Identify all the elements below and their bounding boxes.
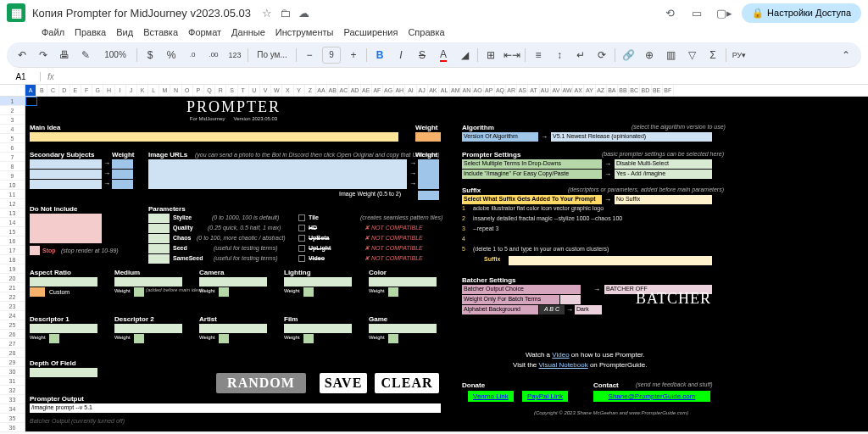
menu-edit[interactable]: Правка bbox=[70, 25, 110, 41]
cloud-icon[interactable]: ☁ bbox=[298, 6, 311, 19]
meet-icon[interactable]: ▢▸ bbox=[717, 6, 731, 19]
menu-help[interactable]: Справка bbox=[403, 25, 448, 41]
strike-icon[interactable]: S bbox=[414, 47, 431, 64]
field-imageurls[interactable] bbox=[148, 159, 407, 189]
clear-button[interactable]: CLEAR bbox=[375, 373, 439, 393]
cell-reference[interactable]: A1 bbox=[7, 72, 41, 81]
video-link[interactable]: Video bbox=[552, 351, 569, 359]
field-dof[interactable] bbox=[30, 368, 97, 377]
ru-icon[interactable]: РУ▾ bbox=[731, 47, 748, 64]
check-hd[interactable] bbox=[298, 225, 305, 231]
field-lighting[interactable] bbox=[284, 277, 352, 287]
comment2-icon[interactable]: ⊕ bbox=[641, 47, 658, 64]
fs-plus[interactable]: + bbox=[345, 47, 362, 64]
field-weight1[interactable] bbox=[415, 132, 441, 142]
menu-tools[interactable]: Инструменты bbox=[271, 25, 338, 41]
menu-format[interactable]: Формат bbox=[184, 25, 225, 41]
field-sec2[interactable] bbox=[30, 170, 102, 179]
field-artist[interactable] bbox=[199, 324, 267, 333]
fontsize[interactable]: 9 bbox=[322, 47, 341, 64]
expand-up-icon[interactable]: ⌃ bbox=[837, 47, 854, 64]
dec2[interactable]: .00 bbox=[205, 47, 222, 64]
field-game[interactable] bbox=[369, 324, 437, 333]
field-secw3[interactable] bbox=[112, 180, 133, 189]
move-icon[interactable]: 🗀 bbox=[279, 6, 292, 19]
notebook-link[interactable]: Visual Notebook bbox=[539, 361, 588, 369]
paint-icon[interactable]: ✎ bbox=[77, 47, 94, 64]
print-icon[interactable]: 🖶 bbox=[56, 47, 73, 64]
field-ps1[interactable]: Disable Multi-Select bbox=[615, 159, 712, 169]
link-icon[interactable]: 🔗 bbox=[620, 47, 637, 64]
bold-icon[interactable]: B bbox=[371, 47, 388, 64]
check-tile[interactable] bbox=[298, 214, 305, 221]
field-chaos[interactable] bbox=[148, 234, 170, 243]
row-headers[interactable]: 1234567891011121314151617181920212223242… bbox=[0, 97, 25, 431]
filter-icon[interactable]: ▽ bbox=[683, 47, 700, 64]
menu-insert[interactable]: Вставка bbox=[139, 25, 182, 41]
menu-ext[interactable]: Расширения bbox=[339, 25, 402, 41]
currency-icon[interactable]: $ bbox=[142, 47, 159, 64]
field-ps2[interactable]: Yes - Add /imagine bbox=[615, 170, 712, 179]
field-quality[interactable] bbox=[148, 224, 170, 233]
sigma-icon[interactable]: Σ bbox=[704, 47, 721, 64]
check-uplight[interactable] bbox=[298, 245, 305, 252]
paypal-link[interactable]: PayPal Link bbox=[522, 391, 568, 402]
menu-view[interactable]: Вид bbox=[112, 25, 137, 41]
font[interactable]: По ум... bbox=[253, 47, 292, 64]
textcolor-icon[interactable]: A bbox=[435, 47, 452, 64]
field-lighting-w[interactable] bbox=[303, 287, 314, 297]
field-sameseed[interactable] bbox=[148, 254, 170, 264]
field-secw2[interactable] bbox=[112, 170, 133, 179]
save-button[interactable]: SAVE bbox=[320, 373, 367, 393]
field-algo[interactable]: V5.1 Newest Release (opinionated) bbox=[551, 132, 712, 142]
redo-icon[interactable]: ↷ bbox=[35, 47, 52, 64]
check-video[interactable] bbox=[298, 255, 305, 262]
field-film[interactable] bbox=[284, 324, 352, 333]
field-aspect-c[interactable] bbox=[30, 287, 45, 297]
italic-icon[interactable]: I bbox=[392, 47, 409, 64]
share-button[interactable]: 🔒Настройки Доступа bbox=[742, 3, 861, 23]
valign-icon[interactable]: ↕ bbox=[551, 47, 568, 64]
field-wob[interactable] bbox=[560, 295, 581, 304]
wrap-icon[interactable]: ↵ bbox=[572, 47, 589, 64]
rotate-icon[interactable]: ⟳ bbox=[593, 47, 610, 64]
field-dark[interactable]: Dark bbox=[575, 305, 602, 314]
halign-icon[interactable]: ≡ bbox=[530, 47, 547, 64]
field-stylize[interactable] bbox=[148, 214, 170, 223]
moreformat[interactable]: 123 bbox=[226, 47, 243, 64]
zoom[interactable]: 100% bbox=[98, 47, 132, 64]
field-suffix[interactable]: No Suffix bbox=[615, 195, 712, 204]
email-link[interactable]: Shane@PrompterGuide.com bbox=[593, 391, 710, 402]
menu-file[interactable]: Файл bbox=[37, 25, 69, 41]
field-stop[interactable] bbox=[30, 246, 40, 255]
fillcolor-icon[interactable]: ◢ bbox=[456, 47, 473, 64]
field-color-w[interactable] bbox=[388, 287, 398, 297]
column-headers[interactable]: ABCDEFGHIJKLMNOPQRSTUVWXYZAAABACADAEAFAG… bbox=[0, 85, 868, 97]
history-icon[interactable]: ⟲ bbox=[663, 6, 676, 19]
percent-icon[interactable]: % bbox=[163, 47, 180, 64]
sheet-canvas[interactable]: PROMPTER For MidJourneyVersion 2023.05.0… bbox=[25, 97, 868, 431]
doc-title[interactable]: Копия Prompter for MidJourney v2023.05.0… bbox=[32, 7, 251, 19]
field-desc1[interactable] bbox=[30, 324, 97, 333]
field-output[interactable]: /imagine prompt --v 5.1 bbox=[30, 403, 441, 413]
comment-icon[interactable]: ▭ bbox=[690, 6, 704, 19]
field-medium[interactable] bbox=[114, 277, 182, 287]
undo-icon[interactable]: ↶ bbox=[14, 47, 31, 64]
field-secw1[interactable] bbox=[112, 159, 133, 169]
dec1[interactable]: .0 bbox=[184, 47, 201, 64]
field-camera[interactable] bbox=[199, 277, 267, 287]
field-notinclude[interactable] bbox=[30, 214, 102, 243]
field-imageweight[interactable] bbox=[418, 191, 439, 200]
merge-icon[interactable]: ⇤⇥ bbox=[504, 47, 520, 64]
borders-icon[interactable]: ⊞ bbox=[482, 47, 499, 64]
field-suffix-custom[interactable] bbox=[509, 256, 712, 265]
field-aspect[interactable] bbox=[30, 277, 97, 287]
chart-icon[interactable]: ▥ bbox=[662, 47, 679, 64]
field-desc2[interactable] bbox=[114, 324, 182, 333]
sheets-logo[interactable]: ▦ bbox=[7, 3, 25, 22]
field-sec1[interactable] bbox=[30, 159, 102, 169]
field-mainidea[interactable] bbox=[30, 132, 398, 142]
field-color[interactable] bbox=[369, 277, 437, 287]
star-icon[interactable]: ☆ bbox=[260, 6, 274, 19]
check-upbeta[interactable] bbox=[298, 235, 305, 242]
